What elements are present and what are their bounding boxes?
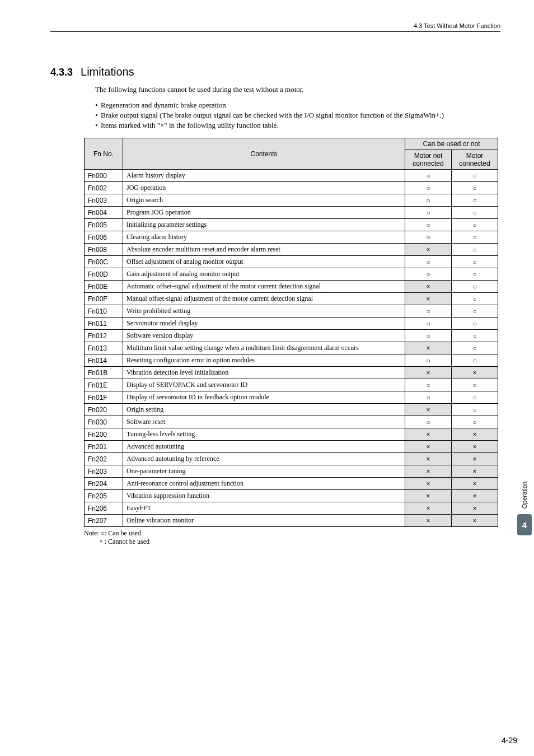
table-row: Fn206EasyFFT×× [85, 502, 498, 515]
col-canbe: Can be used or not [405, 138, 498, 150]
table-row: Fn008Absolute encoder multiturn reset an… [85, 244, 498, 256]
cell-motor-connected: × [452, 428, 498, 441]
cell-motor-not-connected: × [405, 428, 452, 441]
cell-contents: Vibration detection level initialization [123, 367, 405, 379]
cell-motor-not-connected: ○ [405, 207, 452, 219]
cell-motor-connected: ○ [452, 256, 498, 268]
cell-contents: Manual offset-signal adjustment of the m… [123, 293, 405, 305]
table-row: Fn203One-parameter tuning×× [85, 465, 498, 478]
table-row: Fn207Online vibration monitor×× [85, 515, 498, 527]
cell-motor-connected: ○ [452, 391, 498, 404]
table-row: Fn01BVibration detection level initializ… [85, 367, 498, 379]
cell-contents: Resetting configuration error in option … [123, 354, 405, 367]
table-row: Fn010Write prohibited setting○○ [85, 305, 498, 318]
cell-motor-not-connected: × [405, 465, 452, 478]
cell-motor-connected: ○ [452, 281, 498, 293]
cell-motor-not-connected: ○ [405, 268, 452, 281]
table-row: Fn200Tuning-less levels setting×× [85, 428, 498, 441]
table-row: Fn205Vibration suppression function×× [85, 490, 498, 502]
col-motor-not-connected: Motor not connected [405, 150, 452, 170]
cell-motor-connected: ○ [452, 182, 498, 194]
table-row: Fn00FManual offset-signal adjustment of … [85, 293, 498, 305]
cell-fn-no: Fn012 [85, 330, 123, 342]
table-row: Fn00EAutomatic offset-signal adjustment … [85, 281, 498, 293]
table-row: Fn030Software reset○○ [85, 416, 498, 428]
cell-motor-not-connected: × [405, 490, 452, 502]
cell-motor-connected: × [452, 515, 498, 527]
intro-text: The following functions cannot be used d… [95, 85, 500, 94]
cell-fn-no: Fn011 [85, 318, 123, 330]
cell-motor-not-connected: ○ [405, 194, 452, 207]
cell-motor-connected: × [452, 367, 498, 379]
table-row: Fn013Multiturn limit value setting chang… [85, 342, 498, 354]
table-row: Fn202Advanced autotuning by reference×× [85, 453, 498, 465]
table-row: Fn00COffset adjustment of analog monitor… [85, 256, 498, 268]
cell-contents: Clearing alarm history [123, 231, 405, 244]
table-row: Fn020Origin setting×○ [85, 404, 498, 416]
table-row: Fn005Initializing parameter settings○○ [85, 219, 498, 231]
cell-motor-not-connected: × [405, 515, 452, 527]
cell-fn-no: Fn207 [85, 515, 123, 527]
table-row: Fn004Program JOG operation○○ [85, 207, 498, 219]
cell-motor-connected: ○ [452, 170, 498, 182]
cell-motor-connected: ○ [452, 342, 498, 354]
cell-fn-no: Fn010 [85, 305, 123, 318]
cell-motor-connected: ○ [452, 231, 498, 244]
cell-motor-not-connected: ○ [405, 318, 452, 330]
bullet-list: •Regeneration and dynamic brake operatio… [95, 101, 500, 130]
note-line: × : Cannot be used [99, 538, 149, 545]
cell-motor-not-connected: × [405, 367, 452, 379]
cell-motor-not-connected: × [405, 281, 452, 293]
cell-contents: Software version display [123, 330, 405, 342]
table-row: Fn201Advanced autotuning×× [85, 441, 498, 453]
cell-contents: Write prohibited setting [123, 305, 405, 318]
cell-motor-not-connected: × [405, 478, 452, 490]
table-row: Fn01EDisplay of SERVOPACK and servomotor… [85, 379, 498, 391]
bullet-item: Brake output signal (The brake output si… [101, 111, 500, 120]
cell-contents: Multiturn limit value setting change whe… [123, 342, 405, 354]
table-row: Fn000Alarm history display○○ [85, 170, 498, 182]
cell-motor-connected: ○ [452, 318, 498, 330]
cell-motor-connected: × [452, 490, 498, 502]
cell-motor-not-connected: ○ [405, 305, 452, 318]
cell-motor-not-connected: ○ [405, 379, 452, 391]
cell-fn-no: Fn030 [85, 416, 123, 428]
cell-fn-no: Fn00C [85, 256, 123, 268]
cell-fn-no: Fn203 [85, 465, 123, 478]
table-row: Fn01FDisplay of servomotor ID in feedbac… [85, 391, 498, 404]
cell-contents: Vibration suppression function [123, 490, 405, 502]
cell-contents: Tuning-less levels setting [123, 428, 405, 441]
cell-contents: Origin setting [123, 404, 405, 416]
table-row: Fn204Anti-resonance control adjustment f… [85, 478, 498, 490]
cell-motor-not-connected: × [405, 293, 452, 305]
cell-motor-not-connected: ○ [405, 391, 452, 404]
cell-fn-no: Fn205 [85, 490, 123, 502]
note-line: Note: ○: Can be used [84, 529, 141, 537]
cell-contents: Initializing parameter settings [123, 219, 405, 231]
cell-motor-not-connected: ○ [405, 170, 452, 182]
col-fn-no: Fn No. [85, 138, 123, 170]
table-row: Fn003Origin search○○ [85, 194, 498, 207]
utility-function-table: Fn No. Contents Can be used or not Motor… [84, 138, 498, 527]
cell-fn-no: Fn00F [85, 293, 123, 305]
cell-motor-not-connected: ○ [405, 182, 452, 194]
table-row: Fn002JOG operation○○ [85, 182, 498, 194]
cell-contents: Display of servomotor ID in feedback opt… [123, 391, 405, 404]
cell-motor-not-connected: × [405, 502, 452, 515]
cell-motor-connected: × [452, 502, 498, 515]
table-row: Fn00DGain adjustment of analog monitor o… [85, 268, 498, 281]
cell-motor-connected: ○ [452, 379, 498, 391]
running-header: 4.3 Test Without Motor Function [50, 22, 500, 31]
section-title: Limitations [81, 66, 134, 78]
cell-contents: JOG operation [123, 182, 405, 194]
cell-contents: Program JOG operation [123, 207, 405, 219]
cell-motor-not-connected: ○ [405, 330, 452, 342]
cell-fn-no: Fn008 [85, 244, 123, 256]
cell-contents: Automatic offset-signal adjustment of th… [123, 281, 405, 293]
cell-fn-no: Fn00D [85, 268, 123, 281]
cell-fn-no: Fn004 [85, 207, 123, 219]
cell-contents: Advanced autotuning [123, 441, 405, 453]
side-tab: Operation 4 [517, 482, 532, 535]
cell-fn-no: Fn01F [85, 391, 123, 404]
cell-contents: Advanced autotuning by reference [123, 453, 405, 465]
